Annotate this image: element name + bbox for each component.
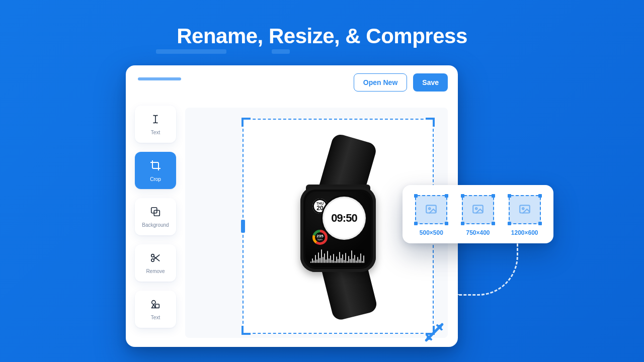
topbar: Open New Save xyxy=(126,65,458,98)
layers-icon xyxy=(150,206,161,219)
tool-crop[interactable]: Crop xyxy=(135,152,176,189)
top-actions: Open New Save xyxy=(354,73,448,92)
svg-point-11 xyxy=(522,208,524,209)
svg-point-3 xyxy=(151,258,154,261)
tool-label: Text xyxy=(151,315,160,320)
tool-label: Remove xyxy=(146,268,165,274)
size-preset-popover: 500×500 750×400 xyxy=(403,185,553,243)
preset-size-label: 750×400 xyxy=(466,229,490,236)
tool-background[interactable]: Background xyxy=(135,198,176,235)
shapes-icon xyxy=(150,299,161,312)
watch-hr-ring: 235 bpm xyxy=(312,230,328,245)
brand-placeholder xyxy=(138,77,181,80)
hero-underline xyxy=(272,49,290,54)
svg-point-2 xyxy=(151,254,154,257)
size-preset-option[interactable]: 500×500 xyxy=(413,195,450,236)
image-icon xyxy=(423,203,439,216)
stage: Rename, Resize, & Compress Open New Save… xyxy=(0,0,644,362)
preset-thumb xyxy=(415,195,447,224)
tool-sidebar: Text Crop Background xyxy=(135,106,176,328)
hero-title: Rename, Resize, & Compress xyxy=(0,24,644,48)
tool-label: Text xyxy=(151,130,160,135)
text-cursor-icon xyxy=(150,114,161,127)
decorative-connector xyxy=(458,240,518,296)
scissors-icon xyxy=(150,252,161,265)
svg-point-4 xyxy=(152,300,155,304)
image-icon xyxy=(470,203,486,216)
watch-hr-unit: bpm xyxy=(316,238,323,241)
svg-point-9 xyxy=(475,208,477,209)
tool-label: Background xyxy=(142,222,169,228)
size-preset-option[interactable]: 750×400 xyxy=(459,195,497,236)
preset-thumb xyxy=(509,195,541,224)
watch-time: 09:50 xyxy=(331,212,357,225)
tool-label: Crop xyxy=(150,176,161,182)
tool-text[interactable]: Text xyxy=(135,106,176,143)
preset-size-label: 500×500 xyxy=(420,229,443,236)
hero-underline xyxy=(156,49,226,54)
svg-point-7 xyxy=(429,208,430,209)
crop-icon xyxy=(149,159,162,173)
save-button[interactable]: Save xyxy=(413,73,448,92)
watch-clock-face: 09:50 xyxy=(323,197,366,240)
open-new-button[interactable]: Open New xyxy=(354,73,407,92)
svg-rect-5 xyxy=(155,304,159,308)
tool-shapes[interactable]: Text xyxy=(135,291,176,328)
image-icon xyxy=(517,203,533,216)
preset-thumb xyxy=(462,195,494,224)
watch-activity-graph xyxy=(310,248,366,263)
watch-day-number: 20 xyxy=(316,205,323,211)
size-preset-option[interactable]: 1200×600 xyxy=(506,195,543,236)
tool-remove[interactable]: Remove xyxy=(135,244,176,282)
preset-size-label: 1200×600 xyxy=(511,229,538,236)
